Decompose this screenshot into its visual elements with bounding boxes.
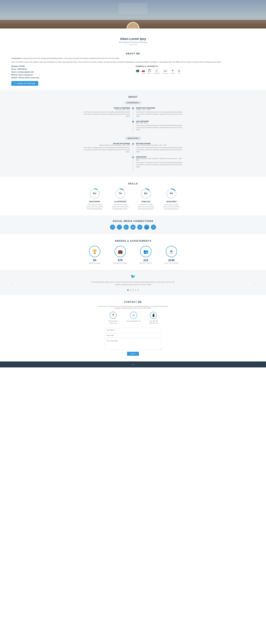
about-section-title: ABOUT	[0, 96, 266, 98]
hero-section	[0, 0, 266, 28]
edu-left: BACHELORS DEGREE Modern Sciences & Arts …	[83, 143, 133, 171]
skill-htmlcss: 8% HTML/CSS Lorem Ipsum is simply dummy …	[137, 188, 154, 210]
experience-label: EXPERIENCE	[125, 101, 141, 104]
award-coffee: ☕ 2145 CUPS OF COFFEE	[163, 246, 180, 264]
website-row: Website: www.Loremipsy.me	[11, 74, 130, 76]
contact-message-input[interactable]	[105, 339, 161, 350]
phone-icon: 📱	[150, 312, 157, 319]
contact-email-input[interactable]	[105, 333, 161, 338]
twitter-tweet-text: printed Appending Gopig in lpsy is simpl…	[90, 281, 176, 286]
bachelors-title: BACHELORS DEGREE	[83, 143, 130, 144]
award-clients-label: HAPPY CLIENTS	[137, 262, 154, 264]
graduation-title: GRADUATION	[136, 156, 183, 158]
profile-section: Aleen Lorem Ipsy Web Designer & Front-en…	[0, 28, 266, 48]
graduation-dot	[132, 156, 134, 158]
skill-illustrator: 7% ILLUSTRATOR Lorem Ipsum is simply dum…	[112, 188, 129, 210]
music-icon: 🎵	[147, 69, 151, 72]
twitter-next-button[interactable]: ›	[254, 283, 255, 286]
graduation-entry: GRADUATION Modern Sciences & Arts Univer…	[136, 156, 183, 168]
edu-right: MASTERS DEGREE Modern Sciences & Arts Un…	[133, 143, 183, 171]
bachelors-text: Lorem Ipsum is simply dummy text of the …	[83, 146, 130, 153]
senior-title: SENIOR UI/UX DESIGNER	[136, 107, 183, 109]
reading-icon: 📖	[163, 69, 167, 72]
about-me-title: ABOUT ME	[11, 52, 255, 55]
facebook-icon[interactable]: f	[110, 224, 115, 230]
hobby-tea: 🍵 TEA	[177, 69, 181, 74]
footer-year: 2016	[131, 364, 135, 365]
youtube-icon[interactable]: ▶	[131, 224, 135, 230]
hobby-tea-label: TEA	[178, 73, 180, 74]
education-timeline: BACHELORS DEGREE Modern Sciences & Arts …	[83, 143, 183, 171]
hobby-cars: 🚗 CARS	[141, 69, 145, 74]
social-icons-container: f 🐦 in ▶ P 📷 ✉	[11, 224, 255, 230]
illustrator-desc: Lorem Ipsum is simply dummy text of the …	[112, 204, 129, 210]
twitter-dot-4[interactable]	[135, 290, 136, 291]
masters-text: Lorem Ipsum is simply dummy text of the …	[136, 146, 183, 153]
hobby-music-label: MUSIC	[147, 73, 151, 74]
download-resume-button[interactable]: ⬇ DOWNLOAD RESUME	[11, 81, 38, 86]
education-label: EDUCATION	[125, 137, 141, 140]
email-social-icon[interactable]: ✉	[151, 224, 156, 230]
contact-phone-item: 📱 +123 456 789+987 654 321	[149, 312, 158, 324]
javascript-percent: 9%	[170, 192, 173, 195]
twitter-bird-icon: 🐦	[11, 274, 255, 279]
award-projects-label: PROJECTS DONE	[112, 262, 129, 264]
photoshop-chart: 6%	[89, 188, 100, 199]
masters-entry: MASTERS DEGREE Modern Sciences & Arts Un…	[136, 143, 183, 153]
contact-section: CONTACT ME Lorem Ipsum is simply dummy t…	[0, 295, 266, 362]
junior-sub: Microsoft - 2010 - 2012	[83, 109, 130, 110]
birthday-row: Birthday: 8/7/1993	[11, 65, 130, 67]
website-label: Website:	[11, 74, 18, 76]
masters-dot	[132, 143, 134, 145]
linkedin-icon[interactable]: in	[124, 224, 129, 230]
twitter-icon[interactable]: 🐦	[117, 224, 122, 230]
about-me-section: ABOUT ME Lorem Ipsum is simply dummy tex…	[0, 48, 266, 90]
twitter-prev-button[interactable]: ‹	[11, 283, 12, 286]
twitter-dot-3[interactable]	[132, 290, 134, 291]
experience-label-container: EXPERIENCE	[0, 101, 266, 104]
education-label-container: EDUCATION	[0, 137, 266, 140]
timeline-right-exp: SENIOR UI/UX DESIGNER Google - 2011 - Cu…	[133, 107, 183, 134]
experience-timeline: JUNIOR UI DESIGNER Microsoft - 2010 - 20…	[83, 107, 183, 134]
skills-grid: 6% PHOTOSHOP Lorem Ipsum is simply dummy…	[11, 188, 255, 210]
pinterest-icon[interactable]: P	[137, 224, 142, 230]
profile-title: Web Designer & Front-end Developer	[3, 41, 263, 43]
social-title: SOCIAL MEDIA CONNECTIONS	[11, 220, 255, 222]
hobby-music: 🎵 MUSIC	[147, 69, 151, 74]
twitter-dot-1[interactable]	[127, 290, 129, 291]
bachelors-entry: BACHELORS DEGREE Modern Sciences & Arts …	[83, 143, 130, 153]
phone-value: +0000 000 00	[17, 68, 27, 70]
twitter-dot-2[interactable]	[130, 290, 131, 291]
tv-icon: 📺	[136, 69, 139, 72]
awards-section: AWARDS & ACHIEVEMENTS 🏆 50 AWARDS WON 💼 …	[0, 234, 266, 270]
award-clients-number: 215	[137, 259, 154, 262]
htmlcss-desc: Lorem Ipsum is simply dummy text of the …	[137, 204, 154, 210]
address-icon: 📍	[110, 312, 117, 319]
twitter-dot-5[interactable]	[137, 290, 139, 291]
award-won-label: AWARDS WON	[86, 262, 103, 264]
timeline-left: JUNIOR UI DESIGNER Microsoft - 2010 - 20…	[83, 107, 133, 134]
travel-icon: ✈	[171, 69, 174, 72]
phone-label: Phone:	[11, 68, 17, 70]
email-label: Email:	[11, 71, 16, 73]
cars-icon: 🚗	[141, 69, 145, 72]
email-detail: loremipsy@gmail.com	[127, 320, 141, 322]
hobby-shopping-label: SHOPPING	[153, 73, 160, 74]
hobbies-block: HOBBIES & INTERESTS 📺 TV 🚗 CARS 🎵 MUSIC …	[136, 65, 255, 86]
twitter-dots	[11, 290, 255, 291]
award-won-circle: 🏆	[89, 246, 100, 257]
award-clients: 👥 215 HAPPY CLIENTS	[137, 246, 154, 264]
htmlcss-percent: 8%	[144, 192, 147, 195]
award-coffee-label: CUPS OF COFFEE	[163, 262, 180, 264]
contact-email-item: ✉ loremipsy@gmail.com	[127, 312, 141, 324]
send-button[interactable]: SEND	[127, 352, 139, 356]
hobby-reading-label: READING	[162, 73, 168, 74]
graduation-text: Lorem Ipsum is simply dummy text of the …	[136, 162, 183, 168]
instagram-icon[interactable]: 📷	[144, 224, 149, 230]
award-coffee-number: 2145	[163, 259, 180, 262]
award-coffee-circle: ☕	[166, 246, 177, 257]
uiux-dot	[132, 121, 134, 122]
hobby-travel-label: TRAVEL	[170, 73, 175, 74]
contact-name-input[interactable]	[105, 328, 161, 332]
hobby-cars-label: CARS	[141, 73, 145, 74]
